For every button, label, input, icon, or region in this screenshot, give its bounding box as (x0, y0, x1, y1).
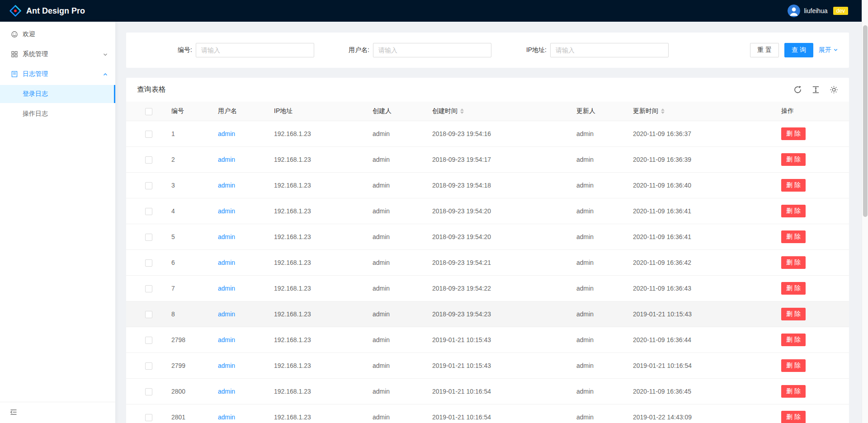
column-header-created[interactable]: 创建时间 (425, 102, 569, 121)
username-link[interactable]: admin (218, 207, 235, 215)
logo[interactable]: Ant Design Pro (9, 5, 85, 17)
cell-updated-time: 2019-01-21 10:16:54 (626, 353, 774, 379)
column-height-icon[interactable] (811, 85, 820, 94)
id-input[interactable] (196, 43, 314, 57)
reset-button[interactable]: 重 置 (750, 43, 779, 57)
table-row: 4 admin 192.168.1.23 admin 2018-09-23 19… (126, 198, 849, 224)
sidebar-item-welcome[interactable]: 欢迎 (0, 25, 115, 43)
delete-button[interactable]: 删 除 (781, 359, 806, 372)
delete-button[interactable]: 删 除 (781, 308, 806, 320)
vertical-scrollbar[interactable] (862, 0, 868, 423)
cell-ip: 192.168.1.23 (267, 276, 365, 301)
sidebar-collapse-trigger[interactable] (0, 402, 115, 423)
username-link[interactable]: admin (218, 336, 235, 343)
table-row: 7 admin 192.168.1.23 admin 2018-09-23 19… (126, 276, 849, 301)
reload-icon[interactable] (793, 85, 802, 94)
sidebar-subitem-operation-log[interactable]: 操作日志 (0, 105, 115, 123)
cell-updater: admin (569, 121, 626, 147)
log-table: 编号 用户名 IP地址 创建人 创建时间 更新人 (126, 102, 849, 423)
username-link[interactable]: admin (218, 182, 235, 189)
username-link[interactable]: admin (218, 285, 235, 292)
cell-creator: admin (365, 121, 425, 147)
cell-created-time: 2019-01-21 10:16:54 (425, 404, 569, 423)
delete-button[interactable]: 删 除 (781, 282, 806, 295)
delete-button[interactable]: 删 除 (781, 179, 806, 192)
cell-id: 2 (164, 147, 211, 173)
row-checkbox[interactable] (145, 131, 152, 138)
delete-button[interactable]: 删 除 (781, 205, 806, 217)
table-row: 2 admin 192.168.1.23 admin 2018-09-23 19… (126, 147, 849, 173)
delete-button[interactable]: 删 除 (781, 385, 806, 398)
cell-updater: admin (569, 404, 626, 423)
table-header-row: 编号 用户名 IP地址 创建人 创建时间 更新人 (126, 102, 849, 121)
row-checkbox[interactable] (145, 388, 152, 395)
menu-fold-icon (10, 409, 17, 417)
delete-button[interactable]: 删 除 (781, 334, 806, 346)
cell-id: 5 (164, 224, 211, 250)
username-link[interactable]: admin (218, 414, 235, 421)
username-link[interactable]: admin (218, 130, 235, 137)
cell-created-time: 2018-09-23 19:54:18 (425, 173, 569, 198)
delete-button[interactable]: 删 除 (781, 127, 806, 140)
row-checkbox[interactable] (145, 208, 152, 215)
row-checkbox[interactable] (145, 337, 152, 344)
cell-updated-time: 2020-11-09 16:36:44 (626, 327, 774, 353)
cell-updater: admin (569, 353, 626, 379)
row-checkbox[interactable] (145, 285, 152, 292)
cell-updated-time: 2020-11-09 16:36:42 (626, 250, 774, 276)
cell-updater: admin (569, 198, 626, 224)
sidebar-item-log-management[interactable]: 日志管理 (0, 65, 115, 83)
cell-updated-time: 2019-01-22 14:43:09 (626, 404, 774, 423)
username-link[interactable]: admin (218, 156, 235, 163)
expand-toggle[interactable]: 展开 (819, 46, 838, 54)
delete-button[interactable]: 删 除 (781, 153, 806, 166)
search-filter-card: 编号: 用户名: IP地址: 重 置 查 询 (126, 33, 849, 68)
cell-updater: admin (569, 224, 626, 250)
username-link[interactable]: admin (218, 233, 235, 240)
chevron-up-icon (103, 71, 108, 77)
chevron-down-icon (833, 47, 838, 54)
content-area: 编号: 用户名: IP地址: 重 置 查 询 (115, 22, 868, 423)
username-link[interactable]: admin (218, 259, 235, 266)
table-row: 8 admin 192.168.1.23 admin 2018-09-23 19… (126, 301, 849, 327)
username-input[interactable] (373, 43, 491, 57)
row-checkbox[interactable] (145, 234, 152, 241)
delete-button[interactable]: 删 除 (781, 411, 806, 423)
row-checkbox[interactable] (145, 156, 152, 164)
username-link[interactable]: admin (218, 310, 235, 318)
search-button[interactable]: 查 询 (784, 43, 813, 57)
ip-input[interactable] (550, 43, 669, 57)
select-all-checkbox[interactable] (145, 108, 152, 115)
query-table-card: 查询表格 (126, 78, 849, 423)
cell-ip: 192.168.1.23 (267, 198, 365, 224)
sidebar-item-system-management[interactable]: 系统管理 (0, 45, 115, 63)
delete-button[interactable]: 删 除 (781, 256, 806, 269)
sorter-icon[interactable] (661, 108, 665, 114)
username-link[interactable]: admin (218, 362, 235, 369)
cell-ip: 192.168.1.23 (267, 147, 365, 173)
settings-gear-icon[interactable] (830, 85, 838, 94)
delete-button[interactable]: 删 除 (781, 230, 806, 243)
row-checkbox[interactable] (145, 362, 152, 370)
cell-creator: admin (365, 276, 425, 301)
user-avatar[interactable] (788, 5, 800, 17)
filter-actions: 重 置 查 询 展开 (750, 43, 838, 57)
cell-ip: 192.168.1.23 (267, 121, 365, 147)
username[interactable]: liufeihua (804, 7, 827, 14)
username-link[interactable]: admin (218, 388, 235, 395)
row-checkbox[interactable] (145, 414, 152, 421)
smile-icon (11, 31, 18, 38)
app-title: Ant Design Pro (26, 6, 85, 16)
cell-created-time: 2018-09-23 19:54:20 (425, 224, 569, 250)
row-checkbox[interactable] (145, 311, 152, 318)
sidebar-subitem-login-log[interactable]: 登录日志 (0, 85, 115, 103)
sorter-icon[interactable] (460, 108, 464, 114)
table-body: 1 admin 192.168.1.23 admin 2018-09-23 19… (126, 121, 849, 423)
cell-id: 1 (164, 121, 211, 147)
column-header-updated[interactable]: 更新时间 (626, 102, 774, 121)
row-checkbox[interactable] (145, 259, 152, 267)
cell-updated-time: 2020-11-09 16:36:43 (626, 276, 774, 301)
cell-id: 6 (164, 250, 211, 276)
scrollbar-thumb[interactable] (863, 25, 868, 217)
row-checkbox[interactable] (145, 182, 152, 189)
